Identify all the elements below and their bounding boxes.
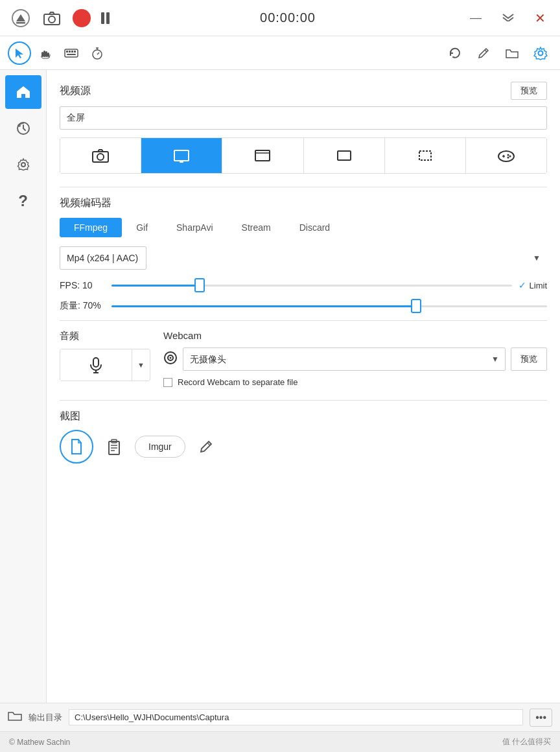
quality-slider-thumb[interactable]: [411, 299, 421, 313]
limit-label: Limit: [530, 281, 547, 290]
svg-rect-27: [177, 160, 186, 161]
svg-rect-40: [93, 358, 99, 367]
webcam-record-checkbox[interactable]: [163, 378, 172, 387]
expand-button[interactable]: [497, 8, 519, 27]
quality-slider-wrapper[interactable]: [111, 300, 547, 312]
help-icon: ?: [18, 192, 28, 210]
sidebar-item-history[interactable]: [5, 112, 41, 145]
svg-rect-8: [45, 51, 47, 57]
quality-slider-track: [111, 305, 547, 307]
audio-section: 音频 ▼: [60, 330, 150, 387]
screenshot-clipboard-button[interactable]: [101, 434, 127, 460]
footer-output-label: 输出目录: [29, 712, 62, 723]
svg-rect-7: [43, 51, 45, 57]
screenshot-section: 截图: [60, 410, 547, 464]
pause-button[interactable]: [101, 12, 110, 24]
minimize-button[interactable]: —: [466, 8, 485, 27]
webcam-title: Webcam: [163, 330, 547, 341]
content-area: 视频源 预览: [47, 70, 560, 703]
sidebar-item-home[interactable]: [5, 75, 41, 109]
quality-label: 质量: 70%: [60, 300, 105, 312]
source-rect-button[interactable]: [304, 138, 385, 173]
svg-point-38: [509, 156, 511, 158]
divider-3: [60, 400, 547, 401]
svg-rect-28: [180, 161, 183, 163]
cursor-tool-button[interactable]: [8, 41, 31, 65]
mic-button-area: ▼: [60, 349, 150, 381]
svg-rect-6: [41, 52, 43, 57]
webcam-section: Webcam 无摄像头 ▼: [163, 330, 547, 387]
mic-dropdown-button[interactable]: ▼: [132, 349, 150, 381]
title-bar-left: [10, 8, 110, 29]
fps-limit-check-area: ✓ Limit: [519, 280, 547, 290]
mic-button[interactable]: [60, 349, 132, 381]
screenshot-file-button[interactable]: [60, 430, 93, 464]
copyright-text: © Mathew Sachin: [9, 738, 70, 747]
tab-gif[interactable]: Gif: [122, 218, 162, 237]
screenshot-edit-button[interactable]: [193, 434, 219, 460]
svg-point-45: [170, 357, 172, 358]
footer: 输出目录 C:\Users\Hello_WJH\Documents\Captur…: [0, 703, 560, 731]
sidebar-item-help[interactable]: ?: [5, 184, 41, 218]
tab-discard[interactable]: Discard: [285, 218, 344, 237]
webcam-select[interactable]: 无摄像头: [183, 347, 506, 371]
webcam-icon: [163, 351, 178, 368]
source-gamepad-button[interactable]: [466, 138, 546, 173]
svg-point-21: [539, 51, 543, 55]
svg-rect-13: [71, 51, 73, 53]
keyboard-tool-button[interactable]: [60, 41, 83, 65]
sidebar-item-settings[interactable]: [5, 148, 41, 182]
fps-slider-wrapper[interactable]: [111, 279, 512, 292]
source-icons-row: [60, 137, 547, 174]
source-fullscreen-button[interactable]: [141, 138, 222, 173]
screenshot-icons-row: Imgur: [60, 430, 547, 464]
toolbar: [0, 36, 560, 70]
svg-rect-26: [174, 150, 189, 161]
settings-button[interactable]: [529, 41, 552, 65]
svg-rect-29: [255, 150, 270, 161]
tab-ffmpeg[interactable]: FFmpeg: [60, 218, 122, 237]
eject-icon[interactable]: [10, 8, 31, 29]
tab-stream[interactable]: Stream: [228, 218, 285, 237]
svg-rect-11: [66, 51, 68, 53]
screenshot-title: 截图: [60, 410, 547, 423]
screenshot-imgur-button[interactable]: Imgur: [135, 436, 185, 458]
record-button[interactable]: [73, 9, 91, 27]
timer-display: 00:00:00: [260, 10, 316, 25]
fps-slider-thumb[interactable]: [194, 278, 205, 292]
hand-tool-button[interactable]: [34, 41, 57, 65]
webcam-top-row: 无摄像头 ▼ 预览: [163, 347, 547, 371]
quality-slider-row: 质量: 70%: [60, 300, 547, 312]
webcam-preview-button[interactable]: 预览: [511, 347, 547, 371]
source-camera-button[interactable]: [60, 138, 141, 173]
webcam-dropdown-wrapper: 无摄像头 ▼: [183, 347, 506, 371]
format-dropdown-wrapper: Mp4 (x264 | AAC) Mp4 (x265 | AAC) Mkv (x…: [60, 246, 547, 270]
tab-sharpavi[interactable]: SharpAvi: [162, 218, 228, 237]
svg-marker-5: [16, 49, 23, 58]
webcam-record-label: Record Webcam to separate file: [178, 377, 298, 387]
video-source-title: 视频源: [60, 84, 91, 98]
source-window-button[interactable]: [222, 138, 303, 173]
camera-icon[interactable]: [41, 8, 62, 29]
close-button[interactable]: ✕: [531, 8, 550, 29]
footer-more-button[interactable]: •••: [530, 709, 552, 727]
source-crop-button[interactable]: [385, 138, 466, 173]
svg-point-39: [507, 157, 509, 159]
pen-button[interactable]: [472, 41, 495, 65]
copyright-bar: © Mathew Sachin 值 什么值得买: [0, 731, 560, 752]
svg-point-4: [49, 16, 55, 23]
codec-tabs: FFmpeg Gif SharpAvi Stream Discard: [60, 218, 547, 237]
svg-line-19: [97, 53, 99, 54]
footer-folder-button[interactable]: [8, 710, 22, 725]
refresh-button[interactable]: [443, 41, 467, 65]
format-select[interactable]: Mp4 (x264 | AAC) Mp4 (x265 | AAC) Mkv (x…: [60, 246, 146, 270]
svg-rect-14: [74, 51, 76, 53]
video-codec-title: 视频编码器: [60, 196, 547, 210]
folder-button[interactable]: [500, 41, 524, 65]
divider-1: [60, 187, 547, 187]
svg-rect-15: [67, 54, 76, 55]
timer-tool-button[interactable]: [86, 41, 109, 65]
svg-point-37: [507, 154, 509, 156]
source-input[interactable]: [60, 106, 547, 130]
video-preview-button[interactable]: 预览: [511, 82, 547, 100]
